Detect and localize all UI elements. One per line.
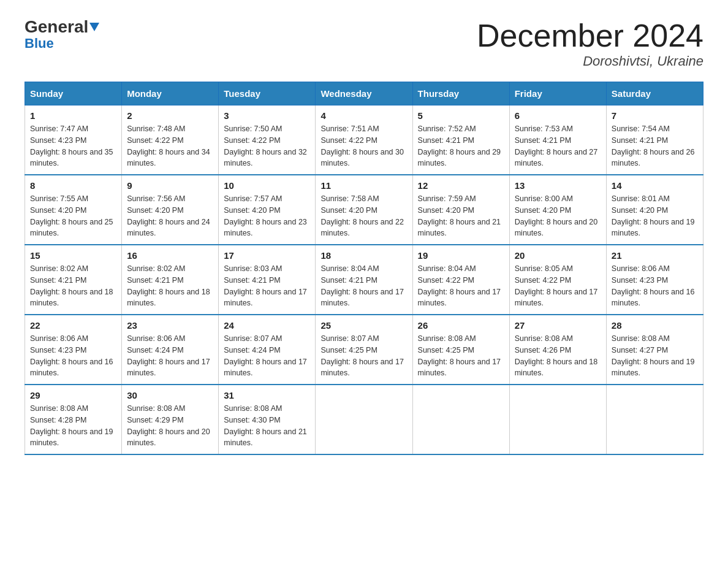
calendar-cell: 22 Sunrise: 8:06 AM Sunset: 4:23 PM Dayl… [25,315,122,385]
day-number: 5 [418,110,504,121]
day-number: 30 [127,390,213,400]
day-info: Sunrise: 7:58 AM Sunset: 4:20 PM Dayligh… [320,193,407,239]
weekday-header-saturday: Saturday [606,82,703,105]
calendar-cell: 31 Sunrise: 8:08 AM Sunset: 4:30 PM Dayl… [219,385,316,454]
calendar-cell: 9 Sunrise: 7:56 AM Sunset: 4:20 PM Dayli… [122,175,219,245]
day-info: Sunrise: 7:48 AM Sunset: 4:22 PM Dayligh… [127,123,213,169]
calendar-cell: 3 Sunrise: 7:50 AM Sunset: 4:22 PM Dayli… [219,105,316,175]
day-info: Sunrise: 8:00 AM Sunset: 4:20 PM Dayligh… [515,193,601,239]
calendar-cell: 4 Sunrise: 7:51 AM Sunset: 4:22 PM Dayli… [316,105,412,175]
calendar-table: SundayMondayTuesdayWednesdayThursdayFrid… [25,82,703,455]
day-number: 20 [515,250,601,261]
day-number: 31 [224,390,310,400]
day-number: 23 [127,320,213,331]
weekday-header-thursday: Thursday [412,82,509,105]
day-number: 9 [127,180,213,191]
calendar-cell: 5 Sunrise: 7:52 AM Sunset: 4:21 PM Dayli… [412,105,509,175]
calendar-cell: 7 Sunrise: 7:54 AM Sunset: 4:21 PM Dayli… [606,105,703,175]
calendar-cell: 15 Sunrise: 8:02 AM Sunset: 4:21 PM Dayl… [25,245,122,315]
day-info: Sunrise: 8:01 AM Sunset: 4:20 PM Dayligh… [612,193,698,239]
day-number: 14 [612,180,698,191]
day-number: 13 [515,180,601,191]
day-number: 18 [320,250,407,261]
day-info: Sunrise: 7:55 AM Sunset: 4:20 PM Dayligh… [30,193,116,239]
day-info: Sunrise: 7:50 AM Sunset: 4:22 PM Dayligh… [224,123,310,169]
day-info: Sunrise: 8:07 AM Sunset: 4:24 PM Dayligh… [224,333,310,379]
month-title: December 2024 [477,18,703,53]
logo: General Blue [25,18,99,52]
day-number: 3 [224,110,310,121]
day-info: Sunrise: 7:59 AM Sunset: 4:20 PM Dayligh… [418,193,504,239]
calendar-cell: 13 Sunrise: 8:00 AM Sunset: 4:20 PM Dayl… [509,175,606,245]
day-number: 24 [224,320,310,331]
day-number: 25 [320,320,407,331]
day-number: 19 [418,250,504,261]
day-info: Sunrise: 8:04 AM Sunset: 4:21 PM Dayligh… [320,263,407,309]
calendar-week-row: 8 Sunrise: 7:55 AM Sunset: 4:20 PM Dayli… [25,175,703,245]
calendar-week-row: 29 Sunrise: 8:08 AM Sunset: 4:28 PM Dayl… [25,385,703,454]
day-info: Sunrise: 7:47 AM Sunset: 4:23 PM Dayligh… [30,123,116,169]
calendar-cell: 10 Sunrise: 7:57 AM Sunset: 4:20 PM Dayl… [219,175,316,245]
day-number: 10 [224,180,310,191]
calendar-cell [606,385,703,454]
day-info: Sunrise: 8:06 AM Sunset: 4:23 PM Dayligh… [30,333,116,379]
location: Doroshivtsi, Ukraine [477,53,703,69]
logo-general: General [25,18,88,36]
day-info: Sunrise: 8:02 AM Sunset: 4:21 PM Dayligh… [30,263,116,309]
calendar-week-row: 15 Sunrise: 8:02 AM Sunset: 4:21 PM Dayl… [25,245,703,315]
day-info: Sunrise: 8:08 AM Sunset: 4:25 PM Dayligh… [418,333,504,379]
day-info: Sunrise: 7:52 AM Sunset: 4:21 PM Dayligh… [418,123,504,169]
day-info: Sunrise: 8:08 AM Sunset: 4:29 PM Dayligh… [127,403,213,449]
day-number: 7 [612,110,698,121]
day-info: Sunrise: 8:04 AM Sunset: 4:22 PM Dayligh… [418,263,504,309]
calendar-week-row: 22 Sunrise: 8:06 AM Sunset: 4:23 PM Dayl… [25,315,703,385]
day-number: 8 [30,180,116,191]
calendar-cell: 19 Sunrise: 8:04 AM Sunset: 4:22 PM Dayl… [412,245,509,315]
calendar-cell: 27 Sunrise: 8:08 AM Sunset: 4:26 PM Dayl… [509,315,606,385]
weekday-header-sunday: Sunday [25,82,122,105]
day-info: Sunrise: 7:56 AM Sunset: 4:20 PM Dayligh… [127,193,213,239]
weekday-header-monday: Monday [122,82,219,105]
calendar-cell: 6 Sunrise: 7:53 AM Sunset: 4:21 PM Dayli… [509,105,606,175]
day-info: Sunrise: 8:02 AM Sunset: 4:21 PM Dayligh… [127,263,213,309]
day-info: Sunrise: 8:03 AM Sunset: 4:21 PM Dayligh… [224,263,310,309]
day-info: Sunrise: 8:06 AM Sunset: 4:24 PM Dayligh… [127,333,213,379]
day-number: 26 [418,320,504,331]
day-info: Sunrise: 8:05 AM Sunset: 4:22 PM Dayligh… [515,263,601,309]
day-info: Sunrise: 7:54 AM Sunset: 4:21 PM Dayligh… [612,123,698,169]
day-number: 21 [612,250,698,261]
day-number: 27 [515,320,601,331]
calendar-cell: 23 Sunrise: 8:06 AM Sunset: 4:24 PM Dayl… [122,315,219,385]
logo-triangle-icon [89,23,99,31]
calendar-cell: 1 Sunrise: 7:47 AM Sunset: 4:23 PM Dayli… [25,105,122,175]
calendar-cell: 18 Sunrise: 8:04 AM Sunset: 4:21 PM Dayl… [316,245,412,315]
calendar-week-row: 1 Sunrise: 7:47 AM Sunset: 4:23 PM Dayli… [25,105,703,175]
day-number: 15 [30,250,116,261]
calendar-cell: 21 Sunrise: 8:06 AM Sunset: 4:23 PM Dayl… [606,245,703,315]
day-info: Sunrise: 8:08 AM Sunset: 4:28 PM Dayligh… [30,403,116,449]
day-info: Sunrise: 8:07 AM Sunset: 4:25 PM Dayligh… [320,333,407,379]
day-number: 22 [30,320,116,331]
calendar-cell: 8 Sunrise: 7:55 AM Sunset: 4:20 PM Dayli… [25,175,122,245]
calendar-cell: 20 Sunrise: 8:05 AM Sunset: 4:22 PM Dayl… [509,245,606,315]
day-info: Sunrise: 7:51 AM Sunset: 4:22 PM Dayligh… [320,123,407,169]
calendar-cell [509,385,606,454]
calendar-cell: 28 Sunrise: 8:08 AM Sunset: 4:27 PM Dayl… [606,315,703,385]
page-header: General Blue December 2024 Doroshivtsi, … [25,18,703,69]
logo-blue: Blue [25,36,54,52]
title-block: December 2024 Doroshivtsi, Ukraine [477,18,703,69]
calendar-cell: 30 Sunrise: 8:08 AM Sunset: 4:29 PM Dayl… [122,385,219,454]
calendar-cell [316,385,412,454]
day-number: 2 [127,110,213,121]
weekday-header-row: SundayMondayTuesdayWednesdayThursdayFrid… [25,82,703,105]
weekday-header-tuesday: Tuesday [219,82,316,105]
day-info: Sunrise: 8:08 AM Sunset: 4:27 PM Dayligh… [612,333,698,379]
day-number: 29 [30,390,116,400]
calendar-cell: 26 Sunrise: 8:08 AM Sunset: 4:25 PM Dayl… [412,315,509,385]
day-number: 4 [320,110,407,121]
day-number: 11 [320,180,407,191]
day-number: 28 [612,320,698,331]
calendar-cell: 12 Sunrise: 7:59 AM Sunset: 4:20 PM Dayl… [412,175,509,245]
day-info: Sunrise: 8:08 AM Sunset: 4:30 PM Dayligh… [224,403,310,449]
calendar-cell: 25 Sunrise: 8:07 AM Sunset: 4:25 PM Dayl… [316,315,412,385]
